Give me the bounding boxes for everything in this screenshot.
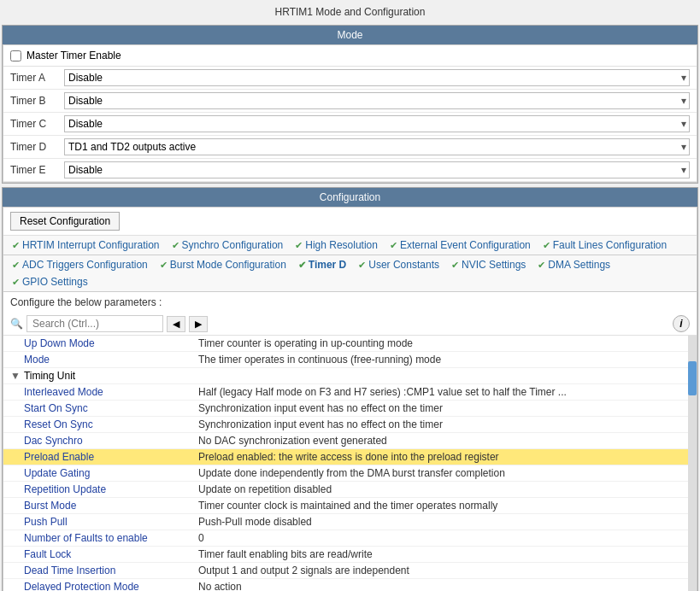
reset-btn-row: Reset Configuration: [3, 208, 697, 236]
param-value-cell: Output 1 and output 2 signals are indepe…: [191, 563, 697, 579]
reset-configuration-button[interactable]: Reset Configuration: [10, 212, 120, 231]
params-label: Configure the below parameters :: [3, 292, 697, 313]
param-name-cell: Fault Lock: [3, 547, 191, 563]
tab-burst-mode[interactable]: ✔ Burst Mode Configuration: [155, 257, 291, 272]
tab-timer-d[interactable]: ✔ Timer D: [293, 257, 351, 272]
tab-nvic[interactable]: ✔ NVIC Settings: [446, 257, 531, 272]
table-row: ModeThe timer operates in continuous (fr…: [3, 352, 697, 368]
search-next-button[interactable]: ▶: [189, 316, 208, 332]
tab-icon-hrtim: ✔: [12, 240, 20, 251]
param-value-cell: Preload enabled: the write access is don…: [191, 449, 697, 465]
param-value-cell: Synchronization input event has no effec…: [191, 417, 697, 433]
scrollbar-thumb[interactable]: [688, 361, 697, 395]
master-timer-checkbox[interactable]: [10, 50, 21, 61]
tab-icon-timerd: ✔: [298, 260, 306, 271]
param-value-cell: Timer fault enabling bits are read/write: [191, 547, 697, 563]
tab-user-constants[interactable]: ✔ User Constants: [353, 257, 444, 272]
param-value-cell: Timer counter clock is maintained and th…: [191, 498, 697, 514]
tab-dma[interactable]: ✔ DMA Settings: [532, 257, 615, 272]
param-name-cell: Interleaved Mode: [3, 384, 191, 401]
table-row: Fault LockTimer fault enabling bits are …: [3, 547, 697, 563]
param-name-cell: Reset On Sync: [3, 417, 191, 433]
group-toggle-icon[interactable]: ▼: [10, 370, 21, 382]
param-name-cell: Update Gating: [3, 465, 191, 482]
timer-b-row: Timer B Disable ▾: [3, 90, 697, 113]
timer-d-row: Timer D TD1 and TD2 outputs active ▾: [3, 136, 697, 159]
config-header: Configuration: [3, 188, 697, 207]
table-row: Interleaved ModeHalf (legacy Half mode o…: [3, 384, 697, 401]
table-row: Up Down ModeTimer counter is operating i…: [3, 336, 697, 352]
param-name-cell: Up Down Mode: [3, 336, 191, 352]
param-name-cell: Push Pull: [3, 514, 191, 530]
timer-a-row: Timer A Disable ▾: [3, 67, 697, 90]
tab-hrtim-interrupt[interactable]: ✔ HRTIM Interrupt Configuration: [7, 237, 165, 253]
tab-fault-lines[interactable]: ✔ Fault Lines Configuration: [538, 237, 672, 253]
param-name-cell: Delayed Protection Mode: [3, 579, 191, 592]
timer-e-select[interactable]: Disable: [64, 161, 690, 178]
tab-icon-fault: ✔: [543, 240, 550, 251]
timer-d-select[interactable]: TD1 and TD2 outputs active: [64, 138, 690, 155]
search-row: 🔍 ◀ ▶ i: [3, 313, 697, 336]
tab-icon-gpio: ✔: [12, 277, 20, 288]
param-name-cell: Burst Mode: [3, 498, 191, 514]
tab-external-event[interactable]: ✔ External Event Configuration: [385, 237, 536, 253]
table-row: Start On SyncSynchronization input event…: [3, 401, 697, 417]
timer-a-label: Timer A: [10, 72, 57, 84]
param-value-cell: Half (legacy Half mode on F3 and H7 seri…: [191, 384, 697, 401]
param-name-cell: Dead Time Insertion: [3, 563, 191, 579]
param-value-cell: Update on repetition disabled: [191, 482, 697, 498]
timer-c-select[interactable]: Disable: [64, 115, 690, 132]
tab-adc-triggers[interactable]: ✔ ADC Triggers Configuration: [7, 257, 153, 272]
table-row: Dead Time InsertionOutput 1 and output 2…: [3, 563, 697, 579]
tab-icon-adc: ✔: [12, 260, 20, 271]
param-value-cell: No DAC synchronization event generated: [191, 433, 697, 449]
timer-c-row: Timer C Disable ▾: [3, 113, 697, 136]
table-row: Burst ModeTimer counter clock is maintai…: [3, 498, 697, 514]
search-prev-button[interactable]: ◀: [167, 316, 185, 332]
page-title: HRTIM1 Mode and Configuration: [0, 0, 700, 23]
param-name-cell: Dac Synchro: [3, 433, 191, 449]
tab-high-resolution[interactable]: ✔ High Resolution: [290, 237, 383, 253]
tab-icon-userconstants: ✔: [358, 260, 366, 271]
tabs-row-1: ✔ HRTIM Interrupt Configuration ✔ Synchr…: [3, 236, 697, 255]
timer-e-label: Timer E: [10, 164, 57, 176]
param-name-cell: Start On Sync: [3, 401, 191, 417]
param-value-cell: Synchronization input event has no effec…: [191, 401, 697, 417]
tab-icon-burst: ✔: [160, 260, 168, 271]
param-value-cell: Update done independently from the DMA b…: [191, 465, 697, 482]
param-value-cell: No action: [191, 579, 697, 592]
tab-icon-dma: ✔: [538, 260, 545, 271]
table-row: Dac SynchroNo DAC synchronization event …: [3, 433, 697, 449]
search-input[interactable]: [26, 315, 163, 332]
info-button[interactable]: i: [673, 315, 690, 332]
table-row: Push PullPush-Pull mode disabled: [3, 514, 697, 530]
table-row: Delayed Protection ModeNo action: [3, 579, 697, 592]
param-value-cell: The timer operates in continuous (free-r…: [191, 352, 697, 368]
table-row: ▼Timing Unit: [3, 368, 697, 384]
timer-d-label: Timer D: [10, 141, 57, 153]
tab-synchro[interactable]: ✔ Synchro Configuration: [167, 237, 289, 253]
tab-icon-external: ✔: [390, 240, 397, 251]
timer-b-select[interactable]: Disable: [64, 92, 690, 109]
param-name-cell: Number of Faults to enable: [3, 530, 191, 547]
table-row: Preload EnablePreload enabled: the write…: [3, 449, 697, 465]
tab-icon-nvic: ✔: [451, 260, 459, 271]
table-row: Reset On SyncSynchronization input event…: [3, 417, 697, 433]
tab-gpio[interactable]: ✔ GPIO Settings: [7, 274, 93, 290]
param-value-cell: Timer counter is operating in up-countin…: [191, 336, 697, 352]
table-row: Repetition UpdateUpdate on repetition di…: [3, 482, 697, 498]
param-name-cell: Mode: [3, 352, 191, 368]
mode-header: Mode: [3, 26, 697, 44]
params-table: Up Down ModeTimer counter is operating i…: [3, 336, 697, 591]
table-row: Update GatingUpdate done independently f…: [3, 465, 697, 482]
master-timer-row: Master Timer Enable: [3, 45, 697, 67]
params-scrollbar[interactable]: [688, 336, 697, 591]
timer-e-row: Timer E Disable ▾: [3, 159, 697, 182]
timer-b-label: Timer B: [10, 95, 57, 107]
search-icon: 🔍: [10, 318, 23, 330]
param-value-cell: Push-Pull mode disabled: [191, 514, 697, 530]
timer-a-select[interactable]: Disable: [64, 69, 690, 86]
table-row: Number of Faults to enable0: [3, 530, 697, 547]
master-timer-label: Master Timer Enable: [26, 50, 121, 61]
group-label: Timing Unit: [24, 370, 75, 382]
